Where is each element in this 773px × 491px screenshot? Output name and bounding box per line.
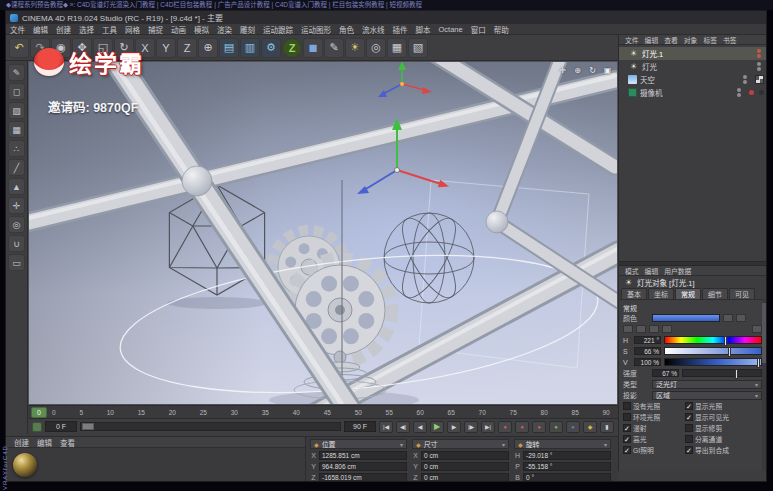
timeline-slider[interactable] — [80, 422, 341, 431]
timeline-slider-handle[interactable] — [82, 423, 94, 430]
attribute-menu-item[interactable]: 用户数据 — [661, 266, 694, 276]
workplane-mode-icon[interactable]: ▦ — [8, 121, 25, 138]
record-keyframe-icon[interactable]: ● — [498, 421, 512, 433]
record-pla-icon[interactable]: ▮ — [600, 421, 614, 433]
edges-mode-icon[interactable]: ╱ — [8, 159, 25, 176]
next-key-icon[interactable]: |▶ — [464, 421, 478, 433]
tab-details[interactable]: 细节 — [702, 288, 728, 299]
object-manager-menu-item[interactable]: 标签 — [700, 35, 720, 45]
make-editable-icon[interactable]: ✎ — [8, 64, 25, 81]
intensity-field[interactable]: 67 % — [652, 369, 679, 377]
saturation-field[interactable]: 66 % — [634, 347, 661, 355]
display-tag-icon[interactable] — [759, 90, 764, 95]
material-menu-item[interactable]: 创建 — [10, 437, 33, 448]
render-view-icon[interactable]: ▤ — [219, 38, 239, 58]
z-lock-icon[interactable]: Z — [177, 38, 197, 58]
menu-item[interactable]: 渲染 — [213, 24, 236, 35]
next-frame-icon[interactable]: ▶ — [447, 421, 461, 433]
autokey-icon[interactable]: ● — [515, 421, 529, 433]
material-menu-item[interactable]: 编辑 — [33, 437, 56, 448]
object-manager-menu-item[interactable]: 文件 — [622, 35, 642, 45]
menu-item[interactable]: 编辑 — [29, 24, 52, 35]
shadow-type-dropdown[interactable]: 区域 ▾ — [652, 391, 762, 400]
menu-item[interactable]: 流水线 — [358, 24, 389, 35]
timeline-ruler[interactable]: 051015202530354045505560657075808590 0 — [28, 405, 618, 418]
saturation-slider[interactable] — [664, 347, 762, 355]
tab-coordinates[interactable]: 坐标 — [648, 288, 674, 299]
menu-item[interactable]: 插件 — [389, 24, 412, 35]
object-row-light-1[interactable]: ☀ 灯光.1 — [619, 47, 766, 60]
attribute-menu-item[interactable]: 编辑 — [642, 266, 662, 276]
y-lock-icon[interactable]: Y — [156, 38, 176, 58]
hsv-mode-icon[interactable] — [636, 325, 646, 333]
spline-pen-icon[interactable]: ✎ — [324, 38, 344, 58]
hue-field[interactable]: 221 ° — [634, 336, 661, 344]
enable-snap-icon[interactable]: ∪ — [8, 235, 25, 252]
tab-visibility[interactable]: 可见 — [729, 288, 755, 299]
color-picker-icon[interactable] — [723, 314, 733, 322]
texture-mode-icon[interactable]: ▨ — [8, 102, 25, 119]
value-slider[interactable] — [664, 358, 762, 366]
zdepth-plugin-icon[interactable]: Z — [282, 38, 302, 58]
start-frame-field[interactable]: 0 F — [45, 421, 77, 432]
visibility-dots[interactable] — [757, 62, 761, 71]
display-mode-icon[interactable]: ▦ — [387, 38, 407, 58]
model-mode-icon[interactable]: ◻ — [8, 83, 25, 100]
menu-item[interactable]: 雕刻 — [236, 24, 259, 35]
visibility-dots[interactable] — [757, 49, 761, 58]
workplane-lock-icon[interactable]: ▭ — [8, 254, 25, 271]
rotation-h-field[interactable]: -29.018 ° — [523, 451, 611, 460]
color-swatches-icon[interactable] — [662, 325, 672, 333]
light-type-dropdown[interactable]: 泛光灯 ▾ — [652, 380, 762, 389]
add-light-icon[interactable]: ☀ — [345, 38, 365, 58]
viewport-solo-icon[interactable]: ◎ — [8, 216, 25, 233]
undo-icon[interactable]: ↶ — [9, 38, 29, 58]
points-mode-icon[interactable]: ∴ — [8, 140, 25, 157]
end-frame-field[interactable]: 90 F — [344, 421, 376, 432]
hue-slider[interactable] — [664, 336, 762, 344]
menu-item[interactable]: 窗口 — [467, 24, 490, 35]
toggle-view-icon[interactable]: ▣ — [602, 65, 613, 76]
render-settings-icon[interactable]: ⚙ — [261, 38, 281, 58]
position-z-field[interactable]: -1658.019 cm — [319, 473, 407, 482]
goto-start-icon[interactable]: |◀ — [379, 421, 393, 433]
object-row-sky[interactable]: 天空 — [619, 73, 766, 86]
checkbox-show-clipping[interactable] — [685, 424, 693, 432]
coordinate-system-icon[interactable]: ⊕ — [198, 38, 218, 58]
object-row-light[interactable]: ☀ 灯光 — [619, 60, 766, 73]
checkbox-specular[interactable]: ✓ — [623, 435, 631, 443]
record-position-icon[interactable]: ● — [532, 421, 546, 433]
value-field[interactable]: 100 % — [634, 358, 661, 366]
play-icon[interactable]: ▶ — [430, 421, 444, 433]
eyedropper-icon[interactable] — [752, 325, 762, 333]
pan-view-icon[interactable]: ✛ — [557, 65, 568, 76]
checkbox-separate-pass[interactable] — [685, 435, 693, 443]
orbit-view-icon[interactable]: ↻ — [587, 65, 598, 76]
checkbox-gi-illumination[interactable]: ✓ — [623, 446, 631, 454]
visibility-dots[interactable] — [743, 75, 747, 84]
material-thumbnail[interactable] — [13, 453, 37, 477]
attribute-menu-item[interactable]: 模式 — [622, 266, 642, 276]
checkbox-ambient-illumination[interactable] — [623, 413, 631, 421]
prev-frame-icon[interactable]: ◀ — [413, 421, 427, 433]
render-picture-viewer-icon[interactable]: ▥ — [240, 38, 260, 58]
object-manager-menu-item[interactable]: 查看 — [661, 35, 681, 45]
record-parameter-icon[interactable]: ◆ — [583, 421, 597, 433]
goto-end-icon[interactable]: ▶| — [481, 421, 495, 433]
menu-item[interactable]: 脚本 — [412, 24, 435, 35]
rgb-mode-icon[interactable] — [623, 325, 633, 333]
rotation-b-field[interactable]: 0 ° — [523, 473, 611, 482]
position-group-header[interactable]: ◆ 位置 ▾ — [310, 439, 407, 449]
current-frame-marker[interactable]: 0 — [31, 407, 47, 418]
menu-item[interactable]: 动画 — [167, 24, 190, 35]
zoom-view-icon[interactable]: ⊕ — [572, 65, 583, 76]
record-scale-icon[interactable]: ● — [549, 421, 563, 433]
object-manager-menu-item[interactable]: 编辑 — [642, 35, 662, 45]
position-x-field[interactable]: 1285.851 cm — [319, 451, 407, 460]
menu-item[interactable]: 帮助 — [490, 24, 513, 35]
size-group-header[interactable]: ◆ 尺寸 ▾ — [412, 439, 509, 449]
tab-basic[interactable]: 基本 — [621, 288, 647, 299]
texture-tag-icon[interactable] — [755, 75, 764, 84]
material-menu-item[interactable]: 查看 — [56, 437, 79, 448]
visibility-dots[interactable] — [737, 88, 741, 97]
